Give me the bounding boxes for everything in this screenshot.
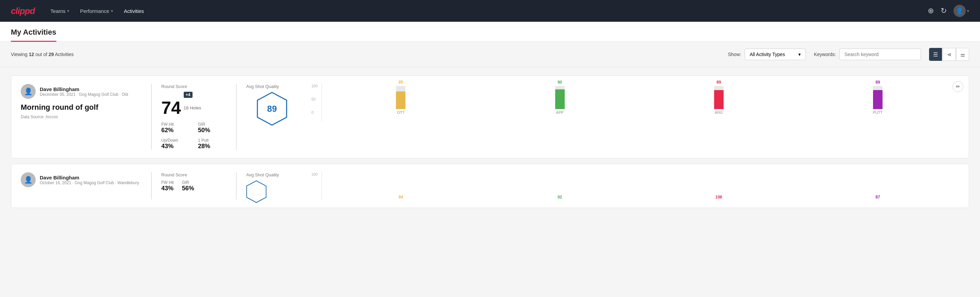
keywords-label: Keywords: [814, 52, 836, 57]
chart-bar-arg: 89 ARG [643, 80, 795, 115]
chart-y-axis: 100 50 0 [312, 84, 318, 115]
list-view-button[interactable]: ⚌ [956, 48, 969, 61]
shot-quality-chart: 100 50 0 85 OTT 90 [306, 84, 959, 121]
svg-marker-1 [247, 181, 266, 203]
chart-bar-app: 92 [484, 195, 636, 200]
data-source: Data Source: Arccos [21, 115, 150, 119]
add-activity-icon[interactable]: ⊕ [928, 6, 934, 15]
performance-chevron-icon: ▾ [111, 9, 113, 13]
gir-stat: GIR 56% [182, 180, 194, 192]
navbar: clippd Teams ▾ Performance ▾ Activities … [0, 0, 980, 22]
fw-hit-stat: FW Hit 43% [161, 180, 174, 192]
nav-links: Teams ▾ Performance ▾ Activities [46, 5, 917, 17]
user-info: 👤 Dave Billingham December 05, 2021 · Go… [21, 84, 150, 99]
hex-score-value: 89 [267, 104, 277, 114]
round-score-label: Round Score [161, 84, 226, 89]
view-toggle: ☰ ⋖ ⚌ [929, 48, 969, 61]
user-name: Dave Billingham [40, 86, 128, 92]
round-score-section: Round Score 74 +4 18 Holes FW Hit 62% GI… [153, 84, 235, 150]
chart-bar-putt: 87 [802, 195, 954, 200]
show-label: Show: [728, 52, 741, 57]
activities-list: ✏ 👤 Dave Billingham December 05, 2021 · … [0, 67, 980, 216]
round-score-section: Round Score FW Hit 43% GIR 56% [153, 172, 235, 192]
chart-bar-arg: 106 [643, 195, 795, 200]
filters-bar: Viewing 12 out of 29 Activities Show: Al… [0, 42, 980, 67]
nav-right: ⊕ ↻ 👤 ▾ [928, 5, 969, 17]
user-date: October 16, 2021 · Gog Magog Golf Club ·… [40, 180, 139, 185]
activity-card: ✏ 👤 Dave Billingham December 05, 2021 · … [11, 75, 969, 158]
score-badge: +4 [184, 92, 192, 98]
chart-bar-putt: 89 PUTT [802, 80, 954, 115]
page-header: My Activities [0, 22, 980, 42]
card-user-section: 👤 Dave Billingham December 05, 2021 · Go… [21, 84, 150, 119]
avg-shot-label: Avg Shot Quality [246, 172, 298, 177]
stats-grid: FW Hit 62% GIR 50% Up/Down 43% 1 Putt 28… [161, 122, 226, 150]
user-name: Dave Billingham [40, 175, 139, 180]
up-down-stat: Up/Down 43% [161, 138, 190, 150]
chart-y-axis: 100 [312, 172, 318, 203]
activity-type-dropdown[interactable]: All Activity Types ▾ [745, 49, 806, 60]
nav-teams[interactable]: Teams ▾ [46, 5, 74, 17]
card-user-section: 👤 Dave Billingham October 16, 2021 · Gog… [21, 172, 150, 191]
fw-hit-stat: FW Hit 62% [161, 122, 190, 134]
shot-quality-chart: 100 94 92 106 87 [306, 172, 959, 200]
chart-bar-ott: 94 [325, 195, 477, 200]
card-divider-2 [236, 84, 237, 150]
search-input[interactable] [839, 49, 921, 60]
card-divider [151, 84, 152, 150]
score-holes: 18 Holes [184, 105, 201, 110]
show-filter-group: Show: All Activity Types ▾ [728, 49, 806, 60]
shot-quality-hexagon: 89 [257, 92, 287, 126]
user-menu[interactable]: 👤 ▾ [953, 5, 969, 17]
round-score-label: Round Score [161, 172, 226, 177]
chart-bar-ott: 85 OTT [325, 80, 477, 115]
avg-shot-quality-section: Avg Shot Quality [238, 172, 306, 204]
teams-chevron-icon: ▾ [67, 9, 69, 13]
card-divider [151, 172, 152, 200]
one-putt-stat: 1 Putt 28% [198, 138, 226, 150]
nav-activities[interactable]: Activities [119, 5, 149, 17]
user-info: 👤 Dave Billingham October 16, 2021 · Gog… [21, 172, 150, 187]
user-date: December 05, 2021 · Gog Magog Golf Club … [40, 92, 128, 97]
avatar: 👤 [953, 5, 966, 17]
user-avatar: 👤 [21, 172, 36, 187]
activity-card: 👤 Dave Billingham October 16, 2021 · Gog… [11, 164, 969, 208]
dropdown-chevron-icon: ▾ [798, 52, 801, 57]
refresh-icon[interactable]: ↻ [940, 6, 947, 15]
app-logo[interactable]: clippd [11, 6, 35, 16]
viewing-text: Viewing 12 out of 29 Activities [11, 52, 720, 57]
list-icon: ⚌ [960, 51, 965, 58]
edit-button[interactable]: ✏ [953, 81, 963, 92]
grid-icon: ⋖ [947, 51, 951, 58]
user-chevron-icon: ▾ [967, 9, 969, 13]
keywords-filter-group: Keywords: [814, 49, 921, 60]
page-title: My Activities [11, 22, 56, 42]
gir-stat: GIR 50% [198, 122, 226, 134]
user-avatar: 👤 [21, 84, 36, 99]
activity-title: Morning round of golf [21, 103, 150, 112]
card-divider-2 [236, 172, 237, 200]
chart-bar-app: 90 APP [484, 80, 636, 115]
list-compact-view-button[interactable]: ☰ [929, 48, 942, 61]
avg-shot-quality-section: Avg Shot Quality 89 [238, 84, 306, 126]
list-compact-icon: ☰ [933, 51, 938, 58]
avg-shot-label: Avg Shot Quality [246, 84, 298, 89]
nav-performance[interactable]: Performance ▾ [75, 5, 118, 17]
score-value: 74 [161, 99, 181, 117]
grid-view-button[interactable]: ⋖ [943, 48, 956, 61]
